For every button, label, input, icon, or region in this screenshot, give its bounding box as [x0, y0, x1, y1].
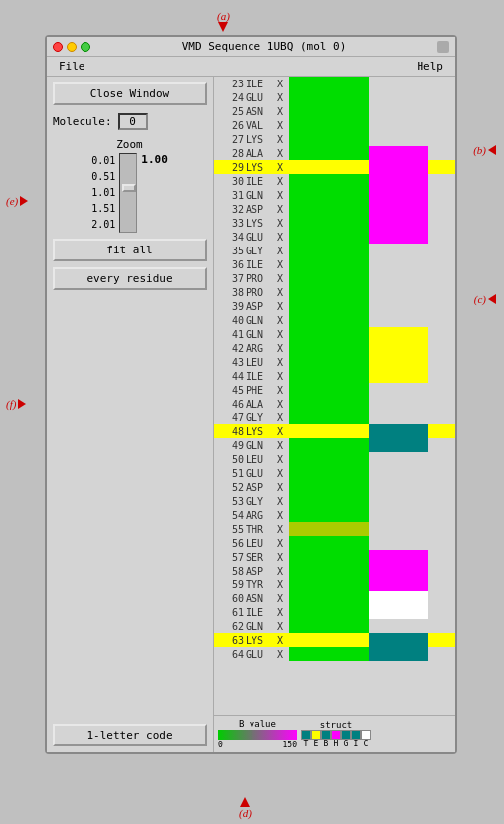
residue-row[interactable]: 56LEUX [214, 536, 455, 550]
residue-row[interactable]: 42ARGX [214, 341, 455, 355]
res-name: GLY [246, 246, 277, 256]
struct-label-b: B [321, 740, 331, 748]
residue-row[interactable]: 43LEUX [214, 355, 455, 369]
struct-bar [369, 536, 428, 550]
sequence-scroll[interactable]: 23ILEX24GLUX25ASNX26VALX27LYSX28ALAX29LY… [214, 77, 455, 715]
residue-row[interactable]: 34GLUX [214, 230, 455, 244]
res-name: GLN [246, 329, 277, 340]
one-letter-code-button[interactable]: 1-letter code [53, 724, 207, 746]
residue-row[interactable]: 32ASPX [214, 202, 455, 216]
residue-row[interactable]: 61ILEX [214, 605, 455, 619]
struct-label-e: E [311, 740, 321, 748]
annotation-f: (f) [6, 398, 26, 410]
close-button[interactable] [53, 42, 63, 52]
res-chain: X [277, 79, 289, 89]
residue-row[interactable]: 30ILEX [214, 174, 455, 188]
residue-row[interactable]: 59TYRX [214, 577, 455, 591]
struct-bar [369, 397, 428, 411]
molecule-label: Molecule: [53, 115, 112, 128]
res-chain: X [277, 148, 289, 159]
residue-row[interactable]: 36ILEX [214, 257, 455, 271]
residue-row[interactable]: 28ALAX [214, 146, 455, 160]
res-num: 31 [216, 190, 244, 201]
residue-row[interactable]: 29LYSX [214, 160, 455, 174]
residue-row[interactable]: 44ILEX [214, 369, 455, 383]
residue-row[interactable]: 55THRX [214, 522, 455, 536]
minimize-button[interactable] [67, 42, 77, 52]
bvalue-bar [289, 160, 369, 174]
residue-row[interactable]: 50LEUX [214, 452, 455, 466]
bvalue-bar [289, 438, 369, 452]
bvalue-bar [289, 132, 369, 146]
residue-row[interactable]: 53GLYX [214, 494, 455, 508]
residue-row[interactable]: 31GLNX [214, 188, 455, 202]
struct-bar [369, 327, 428, 341]
bval-max: 150 [283, 741, 297, 749]
residue-row[interactable]: 46ALAX [214, 397, 455, 411]
fit-all-button[interactable]: fit all [53, 239, 207, 261]
residue-row[interactable]: 40GLNX [214, 313, 455, 327]
residue-row[interactable]: 26VALX [214, 118, 455, 132]
residue-row[interactable]: 23ILEX [214, 77, 455, 90]
residue-row[interactable]: 48LYSX [214, 424, 455, 438]
res-name: LEU [246, 454, 277, 465]
zoom-slider-thumb[interactable] [122, 184, 136, 192]
bvalue-bar [289, 313, 369, 327]
residue-row[interactable]: 51GLUX [214, 466, 455, 480]
struct-bar [369, 160, 428, 174]
residue-row[interactable]: 63LYSX [214, 633, 455, 647]
res-num: 37 [216, 273, 244, 284]
residue-row[interactable]: 39ASPX [214, 299, 455, 313]
resize-handle[interactable] [437, 41, 449, 53]
maximize-button[interactable] [81, 42, 90, 52]
res-name: LYS [246, 218, 277, 229]
residue-row[interactable]: 38PROX [214, 285, 455, 299]
res-chain: X [277, 218, 289, 229]
bvalue-bar [289, 564, 369, 577]
bvalue-bar [289, 577, 369, 591]
residue-row[interactable]: 60ASNX [214, 591, 455, 605]
res-chain: X [277, 566, 289, 577]
residue-row[interactable]: 57SERX [214, 550, 455, 564]
residue-row[interactable]: 54ARGX [214, 508, 455, 522]
help-menu[interactable]: Help [414, 59, 448, 74]
annotation-b: (b) [473, 144, 496, 156]
title-bar: VMD Sequence 1UBQ (mol 0) [47, 37, 455, 57]
residue-row[interactable]: 58ASPX [214, 564, 455, 577]
file-menu[interactable]: File [55, 59, 89, 74]
bvalue-bar [289, 299, 369, 313]
residue-row[interactable]: 35GLYX [214, 244, 455, 257]
res-chain: X [277, 92, 289, 103]
res-name: LYS [246, 162, 277, 173]
res-name: ARG [246, 510, 277, 521]
res-name: VAL [246, 120, 277, 131]
residue-row[interactable]: 49GLNX [214, 438, 455, 452]
res-name: ILE [246, 176, 277, 187]
residue-row[interactable]: 64GLUX [214, 647, 455, 661]
residue-row[interactable]: 62GLNX [214, 619, 455, 633]
res-chain: X [277, 246, 289, 256]
residue-row[interactable]: 37PROX [214, 271, 455, 285]
zoom-slider-track[interactable] [119, 153, 137, 233]
sequence-container: 23ILEX24GLUX25ASNX26VALX27LYSX28ALAX29LY… [214, 77, 455, 715]
every-residue-button[interactable]: every residue [53, 267, 207, 290]
struct-bar [369, 466, 428, 480]
res-num: 33 [216, 218, 244, 229]
res-name: PHE [246, 385, 277, 396]
res-name: LEU [246, 357, 277, 368]
bvalue-bar [289, 383, 369, 397]
residue-row[interactable]: 47GLYX [214, 411, 455, 424]
residue-row[interactable]: 45PHEX [214, 383, 455, 397]
struct-color-i [351, 730, 361, 740]
residue-row[interactable]: 25ASNX [214, 104, 455, 118]
residue-row[interactable]: 41GLNX [214, 327, 455, 341]
close-window-button[interactable]: Close Window [53, 82, 207, 105]
residue-row[interactable]: 52ASPX [214, 480, 455, 494]
residue-row[interactable]: 27LYSX [214, 132, 455, 146]
residue-row[interactable]: 24GLUX [214, 90, 455, 104]
molecule-input[interactable] [118, 113, 148, 130]
res-chain: X [277, 426, 289, 437]
res-num: 43 [216, 357, 244, 368]
residue-row[interactable]: 33LYSX [214, 216, 455, 230]
res-num: 41 [216, 329, 244, 340]
